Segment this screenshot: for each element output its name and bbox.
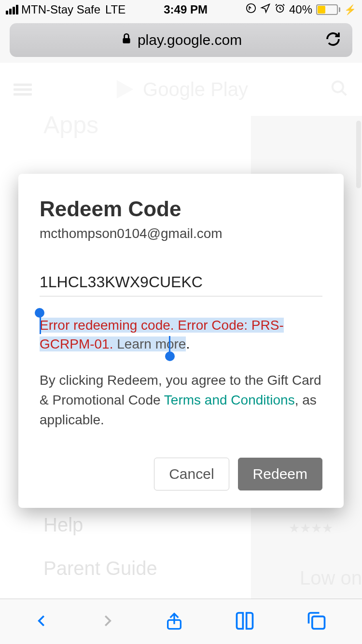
browser-chrome: play.google.com bbox=[0, 19, 362, 63]
status-bar: MTN-Stay Safe LTE 3:49 PM 40% ⚡ bbox=[0, 0, 362, 19]
reload-icon[interactable] bbox=[324, 30, 342, 50]
redeem-code-dialog: Redeem Code mcthompson0104@gmail.com Err… bbox=[18, 174, 344, 508]
account-email: mcthompson0104@gmail.com bbox=[40, 226, 322, 241]
alarm-icon bbox=[275, 3, 285, 16]
battery-icon bbox=[316, 4, 340, 15]
share-icon[interactable] bbox=[165, 609, 184, 634]
dialog-title: Redeem Code bbox=[40, 197, 322, 221]
battery-pct-label: 40% bbox=[289, 3, 312, 16]
svg-rect-5 bbox=[312, 616, 325, 629]
redeem-button[interactable]: Redeem bbox=[238, 458, 322, 490]
network-label: LTE bbox=[105, 3, 125, 16]
forward-icon[interactable] bbox=[100, 610, 114, 633]
location-icon bbox=[260, 3, 271, 16]
tabs-icon[interactable] bbox=[306, 610, 327, 633]
terms-link[interactable]: Terms and Conditions bbox=[164, 392, 295, 407]
error-message-block: Error redeeming code. Error Code: PRS-GC… bbox=[40, 316, 322, 353]
bookmarks-icon[interactable] bbox=[234, 610, 255, 633]
cancel-button[interactable]: Cancel bbox=[154, 458, 229, 490]
signal-icon bbox=[6, 5, 18, 14]
code-input[interactable] bbox=[40, 270, 322, 296]
carrier-label: MTN-Stay Safe bbox=[21, 3, 100, 16]
learn-more-link[interactable]: Learn more bbox=[117, 336, 186, 351]
back-icon[interactable] bbox=[35, 610, 49, 633]
selection-handle-end-icon[interactable] bbox=[165, 351, 175, 361]
safari-toolbar bbox=[0, 599, 362, 644]
url-text: play.google.com bbox=[138, 32, 242, 48]
terms-text: By clicking Redeem, you agree to the Gif… bbox=[40, 371, 322, 430]
selection-cursor-end bbox=[169, 336, 170, 353]
time-label: 3:49 PM bbox=[164, 3, 208, 16]
selection-handle-start-icon[interactable] bbox=[35, 308, 44, 318]
rotation-lock-icon bbox=[246, 3, 256, 16]
address-bar[interactable]: play.google.com bbox=[10, 23, 352, 57]
lock-icon bbox=[120, 32, 133, 48]
svg-rect-2 bbox=[123, 38, 130, 43]
selection-cursor-start bbox=[40, 317, 41, 334]
charging-icon: ⚡ bbox=[344, 4, 356, 15]
